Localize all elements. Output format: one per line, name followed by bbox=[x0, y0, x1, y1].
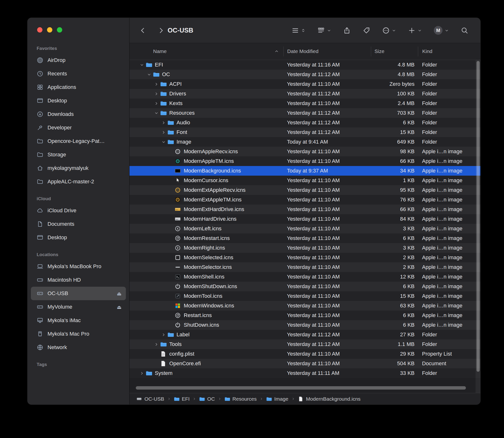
file-row-modernselector-icns[interactable]: ModernSelector.icnsYesterday at 11:10 AM… bbox=[129, 262, 480, 272]
file-row-moderncursor-icns[interactable]: ModernCursor.icnsYesterday at 11:10 AM1 … bbox=[129, 176, 480, 185]
file-row-kexts[interactable]: KextsYesterday at 11:10 AM2.4 MBFolder bbox=[129, 99, 480, 108]
disclosure-triangle[interactable] bbox=[138, 372, 145, 375]
tags-button[interactable] bbox=[363, 27, 370, 34]
group-by-button[interactable] bbox=[317, 27, 331, 34]
sidebar-item-desktop[interactable]: Desktop bbox=[31, 231, 126, 244]
file-row-modernselected-icns[interactable]: ModernSelected.icnsYesterday at 11:10 AM… bbox=[129, 253, 480, 262]
sidebar-item-developer[interactable]: Developer bbox=[31, 121, 126, 134]
folder-outline-icon bbox=[37, 138, 43, 144]
sidebar-item-oc-usb[interactable]: OC-USB⏏ bbox=[31, 287, 126, 300]
disclosure-triangle[interactable] bbox=[160, 121, 167, 125]
disclosure-triangle[interactable] bbox=[153, 111, 160, 115]
file-kind: Apple i…n image bbox=[418, 264, 480, 270]
disclosure-triangle[interactable] bbox=[153, 102, 160, 105]
file-kind: Folder bbox=[418, 100, 480, 107]
file-row-modernharddrive-icns[interactable]: ModernHardDrive.icnsYesterday at 11:10 A… bbox=[129, 214, 480, 224]
column-header-size[interactable]: Size bbox=[371, 46, 418, 56]
vertical-scrollbar[interactable] bbox=[476, 60, 480, 393]
disclosure-triangle[interactable] bbox=[153, 92, 160, 96]
eject-icon[interactable]: ⏏ bbox=[117, 305, 122, 310]
disclosure-triangle[interactable] bbox=[160, 333, 167, 337]
sidebar-item-icloud-drive[interactable]: iCloud Drive bbox=[31, 204, 126, 217]
column-header-kind[interactable]: Kind bbox=[418, 46, 480, 56]
sidebar-item-opencore-legacy-pat[interactable]: Opencore-Legacy-Pat… bbox=[31, 134, 126, 148]
file-row-tools[interactable]: ToolsYesterday at 11:12 AM1.1 MBFolder bbox=[129, 339, 480, 349]
path-item-label: Image bbox=[274, 396, 288, 402]
sidebar-item-network[interactable]: Network bbox=[31, 341, 126, 354]
file-row-opencore-efi[interactable]: OpenCore.efiYesterday at 11:10 AM504 KBD… bbox=[129, 359, 480, 368]
forward-button[interactable] bbox=[157, 27, 165, 34]
file-row-drivers[interactable]: DriversYesterday at 11:12 AM100 KBFolder bbox=[129, 89, 480, 99]
column-header-name[interactable]: Name bbox=[129, 46, 283, 56]
file-row-system[interactable]: SystemYesterday at 11:11 AM33 KBFolder bbox=[129, 368, 480, 378]
sidebar-item-mykolagrymalyuk[interactable]: mykolagrymalyuk bbox=[31, 161, 126, 175]
file-row-image[interactable]: ImageToday at 9:41 AM649 KBFolder bbox=[129, 137, 480, 147]
path-item-resources[interactable]: Resources bbox=[224, 396, 257, 402]
path-item-image[interactable]: Image bbox=[266, 396, 288, 402]
path-item-oc-usb[interactable]: OC-USB bbox=[136, 396, 164, 402]
disclosure-triangle[interactable] bbox=[153, 343, 160, 346]
file-row-label[interactable]: LabelYesterday at 11:12 AM27 KBFolder bbox=[129, 330, 480, 339]
sidebar-item-macintosh-hd[interactable]: Macintosh HD bbox=[31, 273, 126, 287]
file-row-modernextapplerecv-icns[interactable]: ModernExtAppleRecv.icnsYesterday at 11:1… bbox=[129, 185, 480, 195]
sidebar-item-storage[interactable]: Storage bbox=[31, 148, 126, 161]
back-button[interactable] bbox=[139, 27, 147, 34]
file-row-modernextharddrive-icns[interactable]: ModernExtHardDrive.icnsYesterday at 11:1… bbox=[129, 205, 480, 214]
view-mode-button[interactable] bbox=[292, 27, 305, 34]
path-item-modernbackground-icns[interactable]: ModernBackground.icns bbox=[298, 396, 361, 402]
file-row-modernleft-icns[interactable]: ModernLeft.icnsYesterday at 11:10 AM3 KB… bbox=[129, 224, 480, 233]
file-row-modernappletm-icns[interactable]: ModernAppleTM.icnsYesterday at 11:10 AM6… bbox=[129, 156, 480, 166]
close-window-button[interactable] bbox=[37, 27, 42, 33]
file-row-acpi[interactable]: ACPIYesterday at 11:10 AMZero bytesFolde… bbox=[129, 79, 480, 89]
sidebar-item-myvolume[interactable]: MyVolume⏏ bbox=[31, 300, 126, 314]
disclosure-triangle[interactable] bbox=[145, 73, 153, 76]
sidebar-item-mykola-s-mac-pro[interactable]: Mykola’s Mac Pro bbox=[31, 327, 126, 341]
sidebar-item-airdrop[interactable]: AirDrop bbox=[31, 54, 126, 67]
sidebar-item-applealc-master-2[interactable]: AppleALC-master-2 bbox=[31, 175, 126, 188]
disclosure-triangle[interactable] bbox=[160, 131, 167, 134]
file-row-moderntool-icns[interactable]: ModernTool.icnsYesterday at 11:10 AM15 K… bbox=[129, 291, 480, 301]
path-separator-icon bbox=[218, 397, 221, 400]
sidebar-item-mykola-s-macbook-pro[interactable]: Mykola’s MacBook Pro bbox=[31, 260, 126, 273]
account-button[interactable]: M bbox=[434, 26, 449, 35]
share-button[interactable] bbox=[343, 27, 351, 34]
file-row-font[interactable]: FontYesterday at 11:12 AM15 KBFolder bbox=[129, 127, 480, 137]
disclosure-triangle[interactable] bbox=[160, 140, 167, 144]
file-row-shutdown-icns[interactable]: ShutDown.icnsYesterday at 11:10 AM6 KBAp… bbox=[129, 320, 480, 330]
disclosure-triangle[interactable] bbox=[138, 63, 145, 67]
disclosure-triangle[interactable] bbox=[153, 82, 160, 86]
file-row-modernshutdown-icns[interactable]: ModernShutDown.icnsYesterday at 11:10 AM… bbox=[129, 282, 480, 291]
path-item-efi[interactable]: EFI bbox=[174, 396, 190, 402]
sidebar-item-applications[interactable]: Applications bbox=[31, 80, 126, 94]
column-header-date-modified[interactable]: Date Modified bbox=[283, 46, 371, 56]
sidebar-item-documents[interactable]: Documents bbox=[31, 217, 126, 231]
file-row-oc[interactable]: OCYesterday at 11:12 AM4.8 MBFolder bbox=[129, 70, 480, 79]
path-item-oc[interactable]: OC bbox=[199, 396, 215, 402]
search-button[interactable] bbox=[461, 27, 468, 34]
folder-icon bbox=[153, 71, 160, 78]
file-kind: Folder bbox=[418, 139, 480, 145]
file-row-modernapplerecv-icns[interactable]: ModernAppleRecv.icnsYesterday at 11:10 A… bbox=[129, 147, 480, 156]
file-row-modernright-icns[interactable]: ModernRight.icnsYesterday at 11:10 AM3 K… bbox=[129, 243, 480, 253]
minimize-window-button[interactable] bbox=[47, 27, 52, 33]
file-row-efi[interactable]: EFIYesterday at 11:16 AM4.8 MBFolder bbox=[129, 60, 480, 70]
file-row-audio[interactable]: AudioYesterday at 11:12 AM6 KBFolder bbox=[129, 118, 480, 127]
eject-icon[interactable]: ⏏ bbox=[117, 291, 122, 296]
sidebar-item-downloads[interactable]: Downloads bbox=[31, 108, 126, 121]
horizontal-scrollbar-thumb[interactable] bbox=[136, 386, 466, 390]
file-row-modernextappletm-icns[interactable]: ModernExtAppleTM.icnsYesterday at 11:10 … bbox=[129, 195, 480, 205]
add-button[interactable] bbox=[408, 27, 422, 34]
file-row-restart-icns[interactable]: Restart.icnsYesterday at 11:10 AM6 KBApp… bbox=[129, 311, 480, 320]
sidebar-item-desktop[interactable]: Desktop bbox=[31, 94, 126, 108]
file-row-config-plist[interactable]: config.plistYesterday at 11:10 AM29 KBPr… bbox=[129, 349, 480, 359]
more-actions-button[interactable] bbox=[382, 27, 396, 34]
file-row-modernbackground-icns[interactable]: ModernBackground.icnsToday at 9:37 AM34 … bbox=[129, 166, 480, 176]
sidebar-item-mykola-s-imac[interactable]: Mykola’s iMac bbox=[31, 314, 126, 327]
zoom-window-button[interactable] bbox=[57, 27, 62, 33]
file-row-modernwindows-icns[interactable]: ModernWindows.icnsYesterday at 11:10 AM6… bbox=[129, 301, 480, 311]
file-row-resources[interactable]: ResourcesYesterday at 11:12 AM703 KBFold… bbox=[129, 108, 480, 118]
file-row-modernshell-icns[interactable]: ModernShell.icnsYesterday at 11:10 AM12 … bbox=[129, 272, 480, 282]
sidebar-item-recents[interactable]: Recents bbox=[31, 67, 126, 80]
file-row-modernrestart-icns[interactable]: ModernRestart.icnsYesterday at 11:10 AM6… bbox=[129, 233, 480, 243]
vertical-scrollbar-thumb[interactable] bbox=[477, 61, 480, 372]
